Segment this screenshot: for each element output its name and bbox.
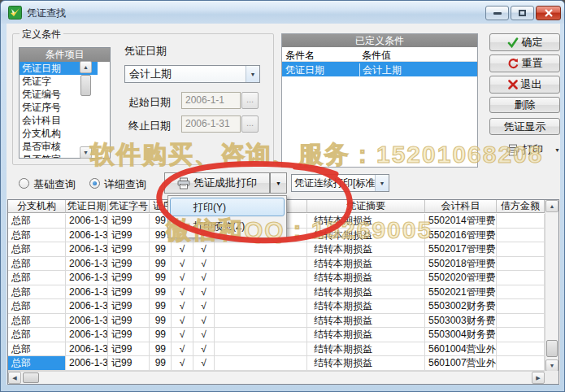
detailed-query-radio[interactable] [89,178,100,189]
table-cell[interactable]: √ [193,271,215,285]
chevron-down-icon[interactable]: ▼ [246,66,259,82]
condition-name-header[interactable]: 条件名 [285,49,315,63]
table-cell[interactable]: √ [172,257,193,272]
scrollbar-thumb[interactable] [546,340,558,357]
table-cell[interactable] [215,314,307,329]
table-cell[interactable] [215,271,307,285]
table-cell[interactable]: 99 [150,257,172,272]
table-cell[interactable] [215,328,307,342]
table-cell[interactable]: 总部 [8,342,66,357]
table-cell[interactable]: √ [172,342,193,357]
table-cell[interactable]: 结转本期损益 [307,271,425,285]
menu-item[interactable]: 打印(Y) [170,198,285,216]
table-cell[interactable]: 结转本期损益 [307,328,425,342]
detailed-query-label[interactable]: 详细查询 [104,177,146,192]
table-cell[interactable]: 记99 [108,356,150,371]
reset-button[interactable]: 重置 [489,54,560,72]
table-cell[interactable]: √ [193,356,215,371]
condition-items-header[interactable]: 条件项目 [20,48,110,62]
table-cell[interactable]: 总部 [8,271,66,285]
table-cell[interactable]: 2006-1-3 [66,328,108,342]
ok-button[interactable]: 确定 [489,33,560,51]
column-header[interactable]: 会计科目 [425,200,497,213]
table-cell[interactable]: 2006-1-3 [66,271,108,285]
scrollbar-thumb[interactable] [23,372,39,383]
table-cell[interactable]: 5502020管理费. [425,271,497,285]
defined-condition-row[interactable]: 凭证日期 会计上期 [282,62,477,76]
table-cell[interactable]: 5502021管理费. [425,285,497,300]
table-cell[interactable] [497,328,545,342]
table-cell[interactable]: 99 [150,314,172,329]
table-cell[interactable]: 2006-1-3 [66,229,108,243]
table-cell[interactable]: 结转本期损益 [307,257,425,272]
scroll-right-icon[interactable]: ▶ [532,372,545,384]
table-cell[interactable]: √ [193,285,215,300]
table-cell[interactable]: √ [193,299,215,314]
end-date-field[interactable]: 2006-1-31 [181,115,241,133]
table-cell[interactable]: 2006-1-3 [66,285,108,300]
table-row[interactable]: 总部2006-1-3记9999√√结转本期损益5502021管理费. [8,285,545,300]
table-cell[interactable]: 99 [150,328,172,342]
table-cell[interactable] [497,299,545,314]
table-cell[interactable]: 99 [150,271,172,285]
table-row[interactable]: 总部2006-1-3记9999√√结转本期损益5503003财务费. [8,314,545,329]
minimize-button[interactable] [485,6,509,20]
table-cell[interactable]: 记99 [108,229,150,243]
titlebar[interactable]: 凭证查找 [1,1,565,24]
maximize-button[interactable] [511,6,534,20]
table-cell[interactable]: 2006-1-3 [66,214,108,229]
table-cell[interactable]: 5502017管理费. [425,242,497,257]
table-cell[interactable]: √ [172,271,193,285]
table-cell[interactable]: 记99 [108,342,150,357]
print-dropdown-button[interactable]: 打印 ▼ [489,141,560,159]
table-cell[interactable]: √ [172,328,193,342]
table-cell[interactable]: 记99 [108,271,150,285]
table-cell[interactable] [215,342,307,357]
table-cell[interactable] [497,229,545,243]
close-button[interactable] [536,6,561,20]
table-cell[interactable]: √ [193,328,215,342]
table-row[interactable]: 总部2006-1-3记9999√√结转本期损益5503002财务费. [8,299,545,314]
table-cell[interactable]: 5503004财务费. [425,328,497,342]
condition-value-header[interactable]: 条件值 [362,49,391,63]
table-cell[interactable]: 总部 [8,328,66,342]
table-cell[interactable]: 总部 [8,314,66,329]
table-cell[interactable]: 总部 [8,285,66,300]
column-header[interactable]: 借方金额 [497,200,545,213]
table-cell[interactable]: 记99 [108,299,150,314]
table-cell[interactable]: 5502016管理费. [425,229,497,243]
table-cell[interactable]: 5601004营业外. [425,342,497,357]
table-cell[interactable] [215,242,307,257]
table-cell[interactable] [497,314,545,329]
table-cell[interactable]: 结转本期损益 [307,314,425,329]
table-row[interactable]: 总部2006-1-3记9999√√结转本期损益5502018管理费. [8,257,545,272]
table-cell[interactable] [497,257,545,272]
exit-button[interactable]: 退出 [489,76,560,94]
table-cell[interactable]: 99 [150,342,172,357]
start-date-browse-button[interactable]: ... [241,92,259,109]
table-cell[interactable]: 总部 [8,356,66,371]
table-cell[interactable]: 2006-1-3 [66,342,108,357]
table-cell[interactable]: 总部 [8,257,66,272]
menu-item[interactable]: 打印预览(Z) [170,216,285,235]
table-cell[interactable]: 99 [150,242,172,257]
table-cell[interactable]: 记99 [108,214,150,229]
table-cell[interactable] [497,356,545,371]
column-header[interactable]: 分支机构 [8,200,66,213]
table-cell[interactable]: 结转本期损益 [307,299,425,314]
table-cell[interactable]: 2006-1-3 [66,257,108,272]
table-cell[interactable]: 99 [150,285,172,300]
scroll-up-icon[interactable]: ▲ [545,200,558,212]
table-row[interactable]: 总部2006-1-3记9999√√结转本期损益5502020管理费. [8,271,545,285]
table-cell[interactable]: 2006-1-3 [66,242,108,257]
table-cell[interactable]: 结转本期损益 [307,285,425,300]
table-cell[interactable]: 记99 [108,328,150,342]
table-cell[interactable]: 2006-1-3 [66,299,108,314]
continuous-print-select[interactable]: 凭证连续打印[标准样式 ▼ [291,174,389,192]
table-cell[interactable]: 5502014管理费. [425,214,497,229]
table-cell[interactable]: √ [172,356,193,371]
table-cell[interactable]: √ [172,314,193,329]
column-header[interactable]: 凭证摘要 [307,200,425,213]
table-cell[interactable]: 5503003财务费. [425,314,497,329]
table-cell[interactable] [497,342,545,357]
